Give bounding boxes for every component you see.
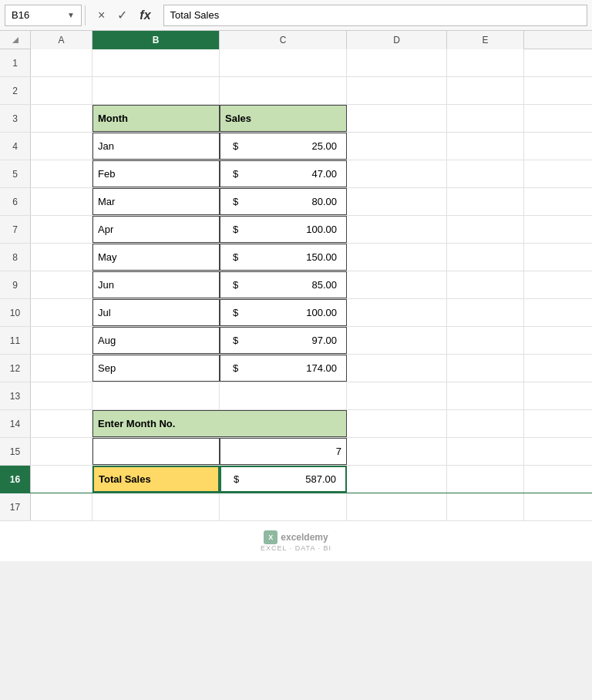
cell-e16[interactable] bbox=[447, 466, 524, 493]
cell-d1[interactable] bbox=[347, 49, 447, 76]
cell-c6[interactable]: $ 80.00 bbox=[220, 188, 347, 215]
fx-icon[interactable]: fx bbox=[136, 7, 153, 24]
cell-e6[interactable] bbox=[447, 188, 524, 215]
cell-a6[interactable] bbox=[31, 188, 92, 215]
corner-cell bbox=[0, 31, 31, 49]
cell-c16-total-sales-value[interactable]: $ 587.00 bbox=[220, 466, 347, 493]
confirm-icon[interactable]: ✓ bbox=[114, 6, 130, 24]
cell-e2[interactable] bbox=[447, 77, 524, 104]
row-num-14: 14 bbox=[0, 410, 31, 437]
cell-b3-month-header[interactable]: Month bbox=[92, 105, 220, 132]
cell-reference-box[interactable]: B16 ▼ bbox=[5, 5, 82, 26]
cell-c9[interactable]: $ 85.00 bbox=[220, 271, 347, 298]
cell-a7[interactable] bbox=[31, 216, 92, 243]
table-row: 11 Aug $ 97.00 bbox=[0, 327, 592, 355]
cell-c10[interactable]: $ 100.00 bbox=[220, 299, 347, 326]
cell-b8[interactable]: May bbox=[92, 244, 220, 271]
cell-e1[interactable] bbox=[447, 49, 524, 76]
formula-input[interactable]: Total Sales bbox=[163, 5, 587, 26]
cell-d13[interactable] bbox=[347, 382, 447, 409]
cell-b17[interactable] bbox=[92, 493, 220, 520]
cell-b9[interactable]: Jun bbox=[92, 271, 220, 298]
cell-a14[interactable] bbox=[31, 410, 92, 437]
cell-c3-sales-header[interactable]: Sales bbox=[220, 105, 347, 132]
cell-d5[interactable] bbox=[347, 160, 447, 187]
cell-b11[interactable]: Aug bbox=[92, 327, 220, 354]
cell-b6[interactable]: Mar bbox=[92, 188, 220, 215]
cell-a15[interactable] bbox=[31, 438, 92, 465]
cell-b16-total-sales-label[interactable]: Total Sales bbox=[92, 466, 220, 493]
cell-b10[interactable]: Jul bbox=[92, 299, 220, 326]
cell-e8[interactable] bbox=[447, 244, 524, 271]
col-header-c[interactable]: C bbox=[220, 31, 347, 49]
cell-c7[interactable]: $ 100.00 bbox=[220, 216, 347, 243]
cell-c1[interactable] bbox=[220, 49, 347, 76]
cell-a12[interactable] bbox=[31, 355, 92, 382]
cell-a2[interactable] bbox=[31, 77, 92, 104]
cell-d7[interactable] bbox=[347, 216, 447, 243]
cell-c5[interactable]: $ 47.00 bbox=[220, 160, 347, 187]
cell-a5[interactable] bbox=[31, 160, 92, 187]
cancel-icon[interactable]: × bbox=[95, 7, 108, 24]
cell-b4[interactable]: Jan bbox=[92, 133, 220, 160]
cell-d15[interactable] bbox=[347, 438, 447, 465]
col-header-b[interactable]: B bbox=[92, 31, 220, 49]
cell-a11[interactable] bbox=[31, 327, 92, 354]
cell-ref-dropdown-icon[interactable]: ▼ bbox=[67, 11, 75, 19]
cell-a13[interactable] bbox=[31, 382, 92, 409]
cell-c4[interactable]: $ 25.00 bbox=[220, 133, 347, 160]
cell-e14[interactable] bbox=[447, 410, 524, 437]
cell-a17[interactable] bbox=[31, 493, 92, 520]
cell-d6[interactable] bbox=[347, 188, 447, 215]
cell-e15[interactable] bbox=[447, 438, 524, 465]
cell-a9[interactable] bbox=[31, 271, 92, 298]
cell-e10[interactable] bbox=[447, 299, 524, 326]
cell-d16[interactable] bbox=[347, 466, 447, 493]
cell-e5[interactable] bbox=[447, 160, 524, 187]
cell-d8[interactable] bbox=[347, 244, 447, 271]
cell-e12[interactable] bbox=[447, 355, 524, 382]
cell-e3[interactable] bbox=[447, 105, 524, 132]
cell-b14-enter-month[interactable]: Enter Month No. bbox=[92, 410, 347, 437]
cell-e7[interactable] bbox=[447, 216, 524, 243]
cell-d12[interactable] bbox=[347, 355, 447, 382]
cell-c11[interactable]: $ 97.00 bbox=[220, 327, 347, 354]
cell-e9[interactable] bbox=[447, 271, 524, 298]
cell-b13[interactable] bbox=[92, 382, 220, 409]
cell-b12[interactable]: Sep bbox=[92, 355, 220, 382]
cell-b1[interactable] bbox=[92, 49, 220, 76]
cell-e17[interactable] bbox=[447, 493, 524, 520]
cell-d3[interactable] bbox=[347, 105, 447, 132]
cell-a3[interactable] bbox=[31, 105, 92, 132]
cell-b15-month-value[interactable] bbox=[92, 438, 220, 465]
cell-b5[interactable]: Feb bbox=[92, 160, 220, 187]
cell-d9[interactable] bbox=[347, 271, 447, 298]
cell-e4[interactable] bbox=[447, 133, 524, 160]
cell-c8[interactable]: $ 150.00 bbox=[220, 244, 347, 271]
cell-d2[interactable] bbox=[347, 77, 447, 104]
cell-d17[interactable] bbox=[347, 493, 447, 520]
cell-d10[interactable] bbox=[347, 299, 447, 326]
dollar-sign: $ bbox=[233, 168, 238, 180]
cell-d11[interactable] bbox=[347, 327, 447, 354]
cell-b2[interactable] bbox=[92, 77, 220, 104]
cell-a4[interactable] bbox=[31, 133, 92, 160]
col-header-e[interactable]: E bbox=[447, 31, 524, 49]
cell-d4[interactable] bbox=[347, 133, 447, 160]
cell-a10[interactable] bbox=[31, 299, 92, 326]
cell-a1[interactable] bbox=[31, 49, 92, 76]
cell-c13[interactable] bbox=[220, 382, 347, 409]
cell-b7[interactable]: Apr bbox=[92, 216, 220, 243]
col-header-d[interactable]: D bbox=[347, 31, 447, 49]
cell-d14[interactable] bbox=[347, 410, 447, 437]
cell-e13[interactable] bbox=[447, 382, 524, 409]
cell-c15-month-number[interactable]: 7 bbox=[220, 438, 347, 465]
cell-c12[interactable]: $ 174.00 bbox=[220, 355, 347, 382]
cell-c17[interactable] bbox=[220, 493, 347, 520]
cell-e11[interactable] bbox=[447, 327, 524, 354]
cell-a8[interactable] bbox=[31, 244, 92, 271]
cell-c2[interactable] bbox=[220, 77, 347, 104]
table-row: 15 7 bbox=[0, 438, 592, 466]
cell-a16[interactable] bbox=[31, 466, 92, 493]
col-header-a[interactable]: A bbox=[31, 31, 92, 49]
